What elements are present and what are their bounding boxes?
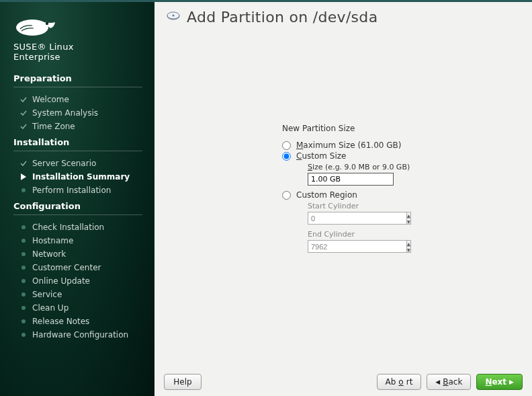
nav-label: Clean Up bbox=[32, 303, 69, 313]
bullet-icon bbox=[21, 279, 26, 283]
radio-maximum-size[interactable]: Maximum Size (61.00 GB) bbox=[282, 140, 511, 151]
bullet-icon bbox=[21, 225, 26, 229]
nav-welcome: Welcome bbox=[13, 93, 142, 106]
spinner-buttons[interactable]: ▲▼ bbox=[406, 212, 411, 225]
custom-size-sub: Size (e.g. 9.0 MB or 9.0 GB) bbox=[308, 163, 511, 186]
help-button[interactable]: Help bbox=[164, 374, 202, 390]
nav-customer-center: Customer Center bbox=[13, 261, 142, 274]
bullet-icon bbox=[21, 239, 26, 243]
nav-installation-summary: Installation Summary bbox=[13, 170, 142, 184]
nav-label: Installation Summary bbox=[32, 172, 130, 182]
nav-label: Release Notes bbox=[32, 317, 89, 326]
spinner-buttons[interactable]: ▲▼ bbox=[406, 240, 411, 253]
radio-maximum-label: Maximum Size (61.00 GB) bbox=[296, 141, 401, 150]
bullet-icon bbox=[21, 266, 26, 270]
radio-custom-region-input[interactable] bbox=[282, 191, 291, 200]
radio-custom-region-label: Custom Region bbox=[296, 190, 357, 200]
check-icon bbox=[20, 160, 27, 167]
main-panel: Add Partition on /dev/sda New Partition … bbox=[154, 2, 532, 396]
form-legend: New Partition Size bbox=[282, 124, 511, 133]
nav-perform-installation: Perform Installation bbox=[13, 184, 142, 197]
back-button[interactable]: ◀Back bbox=[427, 374, 471, 390]
nav-hardware-config: Hardware Configuration bbox=[13, 328, 142, 342]
section-preparation: Preparation bbox=[13, 73, 142, 87]
radio-custom-region[interactable]: Custom Region bbox=[282, 190, 511, 200]
nav-label: Online Update bbox=[32, 276, 90, 286]
end-cyl-input[interactable] bbox=[308, 240, 406, 253]
start-cyl-input[interactable] bbox=[308, 212, 406, 225]
nav-label: Time Zone bbox=[32, 122, 75, 131]
nav-online-update: Online Update bbox=[13, 274, 142, 288]
check-icon bbox=[20, 123, 27, 130]
triangle-left-icon: ◀ bbox=[435, 379, 440, 385]
nav-clean-up: Clean Up bbox=[13, 301, 142, 315]
svg-point-4 bbox=[173, 15, 175, 17]
installer-window: SUSE® Linux Enterprise Preparation Welco… bbox=[0, 0, 532, 396]
radio-custom-size[interactable]: Custom Size bbox=[282, 151, 511, 161]
abort-button[interactable]: Abort bbox=[377, 374, 422, 390]
nav-label: Perform Installation bbox=[32, 186, 111, 195]
nav-network: Network bbox=[13, 247, 142, 261]
nav-label: System Analysis bbox=[32, 108, 98, 118]
nav-label: Hostname bbox=[32, 236, 73, 245]
triangle-right-icon: ▶ bbox=[509, 379, 514, 385]
nav-release-notes: Release Notes bbox=[13, 315, 142, 328]
disk-icon bbox=[167, 9, 180, 25]
bullet-icon bbox=[21, 252, 26, 256]
radio-custom-size-label: Custom Size bbox=[296, 151, 346, 161]
svg-point-1 bbox=[46, 22, 48, 25]
nav-label: Welcome bbox=[32, 95, 69, 104]
size-input[interactable] bbox=[308, 173, 394, 186]
size-field-label: Size (e.g. 9.0 MB or 9.0 GB) bbox=[308, 163, 511, 171]
end-cyl-label: End Cylinder bbox=[308, 230, 511, 239]
check-icon bbox=[20, 96, 27, 103]
bullet-icon bbox=[21, 333, 26, 337]
bullet-icon bbox=[21, 188, 26, 192]
svg-point-0 bbox=[16, 19, 48, 36]
nav-label: Service bbox=[32, 290, 62, 299]
spin-up-icon[interactable]: ▲ bbox=[407, 212, 410, 219]
brand-line1: SUSE® Linux bbox=[13, 42, 142, 52]
section-installation: Installation bbox=[13, 137, 142, 151]
spin-down-icon[interactable]: ▼ bbox=[407, 247, 410, 252]
nav-service: Service bbox=[13, 288, 142, 301]
custom-region-sub: Start Cylinder ▲▼ End Cylinder ▲▼ bbox=[308, 202, 511, 253]
section-configuration: Configuration bbox=[13, 201, 142, 215]
page-title: Add Partition on /dev/sda bbox=[187, 9, 378, 26]
content-area: New Partition Size Maximum Size (61.00 G… bbox=[154, 30, 532, 368]
nav-system-analysis: System Analysis bbox=[13, 106, 142, 120]
bullet-icon bbox=[21, 292, 26, 296]
start-cyl-label: Start Cylinder bbox=[308, 202, 511, 210]
spin-up-icon[interactable]: ▲ bbox=[407, 241, 410, 247]
nav-label: Network bbox=[32, 249, 66, 259]
arrow-icon bbox=[20, 173, 27, 180]
nav-label: Check Installation bbox=[32, 223, 104, 232]
spin-down-icon[interactable]: ▼ bbox=[407, 219, 410, 224]
radio-custom-size-input[interactable] bbox=[282, 152, 291, 161]
radio-maximum-input[interactable] bbox=[282, 141, 291, 150]
brand-line2: Enterprise bbox=[13, 52, 142, 63]
title-bar: Add Partition on /dev/sda bbox=[154, 2, 532, 30]
nav-label: Server Scenario bbox=[32, 159, 96, 168]
footer: Help Abort ◀Back Next▶ bbox=[154, 368, 532, 396]
nav-timezone: Time Zone bbox=[13, 120, 142, 133]
nav-label: Hardware Configuration bbox=[32, 330, 128, 340]
next-button[interactable]: Next▶ bbox=[476, 374, 523, 390]
brand-text: SUSE® Linux Enterprise bbox=[13, 42, 142, 63]
bullet-icon bbox=[21, 306, 26, 310]
suse-logo bbox=[13, 14, 142, 37]
partition-size-form: New Partition Size Maximum Size (61.00 G… bbox=[282, 124, 511, 257]
nav-hostname: Hostname bbox=[13, 234, 142, 247]
nav-label: Customer Center bbox=[32, 263, 101, 272]
end-cyl-spinner[interactable]: ▲▼ bbox=[308, 240, 394, 253]
check-icon bbox=[20, 110, 27, 116]
sidebar: SUSE® Linux Enterprise Preparation Welco… bbox=[0, 2, 154, 396]
nav-check-installation: Check Installation bbox=[13, 221, 142, 234]
start-cyl-spinner[interactable]: ▲▼ bbox=[308, 212, 394, 225]
nav-server-scenario: Server Scenario bbox=[13, 157, 142, 170]
bullet-icon bbox=[21, 319, 26, 323]
